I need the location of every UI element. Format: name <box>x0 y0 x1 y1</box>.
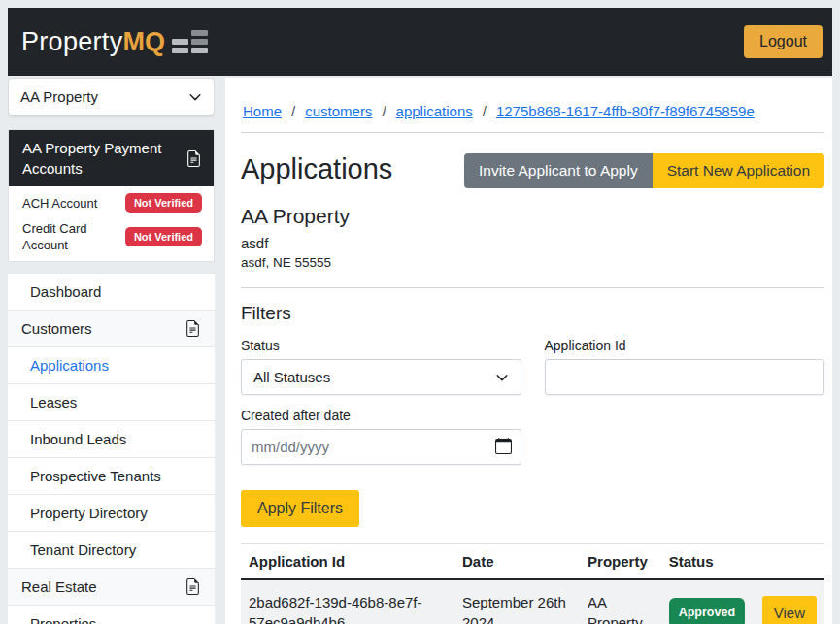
page-title: Applications <box>241 153 392 185</box>
breadcrumb-separator: / <box>382 103 386 119</box>
view-button[interactable]: View <box>762 596 817 624</box>
breadcrumb-application-id-link[interactable]: 1275b868-1617-4ffb-80f7-f89f6745859e <box>496 103 755 119</box>
sidebar-section-real-estate-label: Real Estate <box>21 577 97 596</box>
property-address-line2: asdf, NE 55555 <box>241 255 824 270</box>
status-label: Status <box>241 338 521 353</box>
breadcrumb-customers-link[interactable]: customers <box>305 103 372 119</box>
section-divider <box>241 287 824 288</box>
cell-action: View <box>755 579 824 624</box>
col-header-status: Status <box>661 544 755 580</box>
credit-card-account-label: Credit Card Account <box>22 220 112 253</box>
ach-account-label: ACH Account <box>22 195 97 212</box>
app-root: PropertyMQ Logout AA Property AA Propert… <box>0 0 840 624</box>
credit-card-status-badge: Not Verified <box>125 227 202 246</box>
sidebar: AA Property AA Property Payment Accounts… <box>8 78 215 624</box>
status-select[interactable]: All Statuses <box>241 359 521 395</box>
breadcrumb-applications-link[interactable]: applications <box>396 103 473 119</box>
payment-accounts-header[interactable]: AA Property Payment Accounts <box>9 130 214 186</box>
start-new-application-button[interactable]: Start New Application <box>653 153 824 188</box>
table-header-row: Application Id Date Property Status <box>241 544 824 580</box>
logo-bars-icon <box>172 30 208 53</box>
table-row: 2bad682f-139d-46b8-8e7f-57ec9a9db4b6 Sep… <box>241 579 824 624</box>
chevron-down-icon <box>495 371 509 384</box>
main-content: Home / customers / applications / 1275b8… <box>225 78 832 624</box>
breadcrumb: Home / customers / applications / 1275b8… <box>241 78 824 133</box>
status-badge: Approved <box>669 598 745 624</box>
col-header-date: Date <box>454 544 580 580</box>
sidebar-section-customers[interactable]: Customers <box>8 311 215 347</box>
file-text-icon <box>185 578 201 595</box>
payment-accounts-card: AA Property Payment Accounts ACH Account… <box>8 129 215 262</box>
cell-property: AA Property <box>580 579 661 624</box>
sidebar-item-applications[interactable]: Applications <box>8 347 215 384</box>
ach-status-badge: Not Verified <box>125 193 202 213</box>
sidebar-item-inbound-leads[interactable]: Inbound Leads <box>8 421 215 458</box>
breadcrumb-separator: / <box>291 103 295 119</box>
breadcrumb-separator: / <box>483 103 487 119</box>
file-text-icon <box>185 150 202 167</box>
top-navbar: PropertyMQ Logout <box>8 8 832 76</box>
breadcrumb-home-link[interactable]: Home <box>243 103 282 119</box>
sidebar-section-customers-label: Customers <box>21 319 92 338</box>
sidebar-item-dashboard[interactable]: Dashboard <box>8 274 215 311</box>
sidebar-item-prospective-tenants[interactable]: Prospective Tenants <box>8 458 215 495</box>
created-after-date-input[interactable] <box>241 429 521 465</box>
sidebar-item-properties[interactable]: Properties <box>8 606 215 624</box>
status-select-value: All Statuses <box>253 369 330 385</box>
sidebar-item-leases[interactable]: Leases <box>8 384 215 421</box>
file-text-icon <box>185 320 201 337</box>
property-name: AA Property <box>241 205 824 228</box>
sidebar-item-property-directory[interactable]: Property Directory <box>8 495 215 532</box>
brand-text-mq: MQ <box>122 27 165 57</box>
apply-filters-button[interactable]: Apply Filters <box>241 490 359 527</box>
cell-date: September 26th 2024 <box>454 579 580 624</box>
chevron-down-icon <box>188 90 202 104</box>
sidebar-section-real-estate[interactable]: Real Estate <box>8 569 215 606</box>
property-address-line1: asdf <box>241 235 824 251</box>
header-button-group: Invite Applicant to Apply Start New Appl… <box>464 153 824 188</box>
cell-application-id: 2bad682f-139d-46b8-8e7f-57ec9a9db4b6 <box>241 579 454 624</box>
credit-card-account-row[interactable]: Credit Card Account Not Verified <box>22 216 202 257</box>
sidebar-menu: Dashboard Customers Applications Leases … <box>8 273 215 624</box>
col-header-actions <box>755 544 824 580</box>
invite-applicant-button[interactable]: Invite Applicant to Apply <box>464 153 653 188</box>
payment-accounts-title: AA Property Payment Accounts <box>22 138 178 179</box>
cell-status: Approved <box>661 579 755 624</box>
property-select[interactable]: AA Property <box>8 78 215 115</box>
brand-logo[interactable]: PropertyMQ <box>21 27 208 57</box>
logout-button[interactable]: Logout <box>744 25 823 58</box>
applications-table: Application Id Date Property Status 2bad… <box>241 543 824 624</box>
payment-accounts-body: ACH Account Not Verified Credit Card Acc… <box>9 186 214 261</box>
ach-account-row[interactable]: ACH Account Not Verified <box>22 189 202 216</box>
created-after-label: Created after date <box>241 408 521 423</box>
application-id-label: Application Id <box>545 338 825 353</box>
col-header-property: Property <box>580 544 661 580</box>
application-id-input[interactable] <box>545 359 825 395</box>
col-header-application-id: Application Id <box>241 544 454 580</box>
property-select-value: AA Property <box>20 88 98 105</box>
brand-text-property: Property <box>21 27 122 57</box>
sidebar-item-tenant-directory[interactable]: Tenant Directory <box>8 532 215 569</box>
filters-heading: Filters <box>241 303 824 324</box>
